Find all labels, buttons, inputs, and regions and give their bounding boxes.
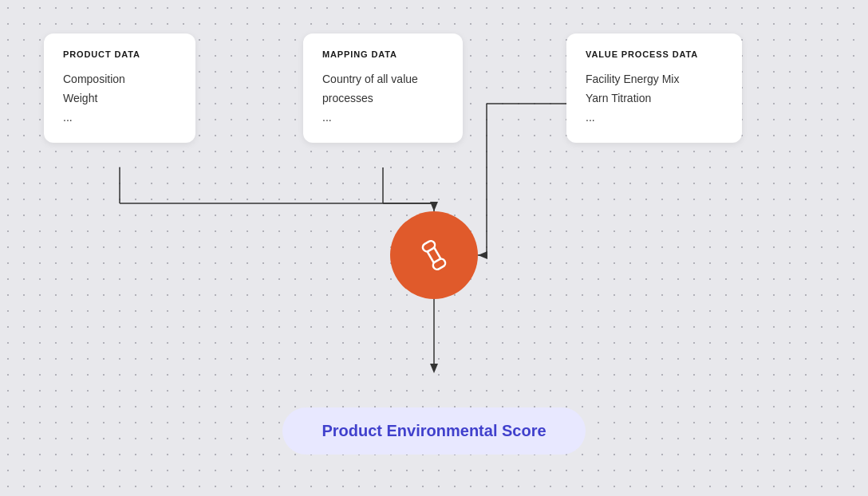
value-process-data-card: VALUE PROCESS DATA Facility Energy Mix Y… (566, 33, 742, 143)
output-pill-text: Product Environmental Score (322, 422, 546, 440)
product-data-title: PRODUCT DATA (63, 49, 176, 59)
svg-line-14 (428, 252, 434, 263)
svg-marker-11 (430, 364, 438, 373)
chain-link-icon (416, 238, 452, 273)
value-item-more: ... (586, 108, 723, 128)
center-circle (390, 211, 478, 299)
value-item-energy: Facility Energy Mix (586, 70, 723, 89)
mapping-item-country: Country of all value processes (322, 70, 444, 108)
value-process-title: VALUE PROCESS DATA (586, 49, 723, 59)
product-item-composition: Composition (63, 70, 176, 89)
product-item-more: ... (63, 108, 176, 128)
svg-marker-9 (478, 251, 487, 259)
product-item-weight: Weight (63, 89, 176, 108)
mapping-data-card: MAPPING DATA Country of all value proces… (303, 33, 463, 143)
svg-rect-12 (421, 239, 436, 253)
output-pill: Product Environmental Score (282, 407, 586, 455)
mapping-item-more: ... (322, 108, 444, 128)
svg-marker-3 (430, 202, 438, 211)
svg-rect-13 (432, 258, 447, 271)
value-item-yarn: Yarn Titration (586, 89, 723, 108)
svg-line-15 (434, 248, 440, 259)
product-data-card: PRODUCT DATA Composition Weight ... (44, 33, 195, 143)
mapping-data-title: MAPPING DATA (322, 49, 444, 59)
diagram-container: PRODUCT DATA Composition Weight ... MAPP… (0, 0, 868, 496)
